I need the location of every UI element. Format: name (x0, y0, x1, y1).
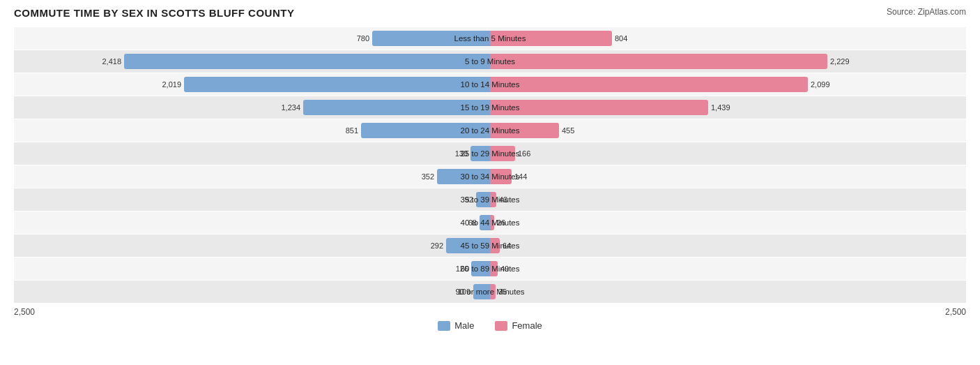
chart-title: COMMUTE TIME BY SEX IN SCOTTS BLUFF COUN… (14, 7, 294, 19)
row-label: 15 to 19 Minutes (433, 103, 548, 112)
row-label: 40 to 44 Minutes (433, 218, 548, 227)
bar-row: 12660 to 89 Minutes49 (14, 258, 966, 280)
legend-male-label: Male (454, 320, 474, 331)
legend-male-box (438, 321, 450, 331)
axis-left: 2,500 (14, 307, 35, 317)
bar-row: 6840 to 44 Minutes26 (14, 211, 966, 234)
bar-row: 9235 to 39 Minutes43 (14, 188, 966, 211)
row-label: Less than 5 Minutes (433, 34, 548, 43)
bar-row: 10990 or more Minutes35 (14, 281, 966, 303)
male-value: 851 (346, 126, 358, 135)
row-label: 30 to 34 Minutes (433, 172, 548, 181)
bar-row: 85120 to 24 Minutes455 (14, 119, 966, 142)
bar-row: 35230 to 34 Minutes144 (14, 165, 966, 188)
bar-row: 780Less than 5 Minutes804 (14, 27, 966, 50)
chart-container: COMMUTE TIME BY SEX IN SCOTTS BLUFF COUN… (14, 7, 966, 331)
legend-male: Male (438, 320, 474, 331)
legend-female-box (495, 321, 507, 331)
female-value: 455 (562, 126, 574, 135)
row-label: 90 or more Minutes (433, 288, 548, 296)
row-label: 20 to 24 Minutes (433, 126, 548, 135)
bar-row: 1,23415 to 19 Minutes1,439 (14, 96, 966, 119)
row-label: 25 to 29 Minutes (433, 149, 548, 158)
row-label: 5 to 9 Minutes (433, 57, 548, 66)
male-value: 1,234 (281, 103, 300, 112)
row-label: 35 to 39 Minutes (433, 195, 548, 204)
bar-row: 2,01910 to 14 Minutes2,099 (14, 73, 966, 96)
axis-right: 2,500 (945, 307, 966, 317)
female-value: 804 (615, 34, 627, 43)
bar-row: 29245 to 59 Minutes64 (14, 234, 966, 257)
header: COMMUTE TIME BY SEX IN SCOTTS BLUFF COUN… (14, 7, 966, 19)
chart-area: 780Less than 5 Minutes8042,4185 to 9 Min… (14, 27, 966, 303)
male-value: 780 (357, 34, 369, 43)
row-label: 60 to 89 Minutes (433, 265, 548, 273)
row-label: 10 to 14 Minutes (433, 80, 548, 89)
female-value: 1,439 (711, 103, 730, 112)
axis-row: 2,500 2,500 (14, 307, 966, 317)
legend: Male Female (14, 320, 966, 331)
female-value: 2,099 (811, 80, 830, 89)
male-value: 2,418 (102, 57, 121, 66)
source-text: Source: ZipAtlas.com (887, 7, 966, 17)
legend-female-label: Female (512, 320, 542, 331)
legend-female: Female (495, 320, 542, 331)
bar-row: 2,4185 to 9 Minutes2,229 (14, 50, 966, 73)
female-value: 2,229 (830, 57, 850, 66)
bar-row: 13025 to 29 Minutes166 (14, 142, 966, 165)
male-value: 2,019 (162, 80, 181, 89)
row-label: 45 to 59 Minutes (433, 241, 548, 250)
